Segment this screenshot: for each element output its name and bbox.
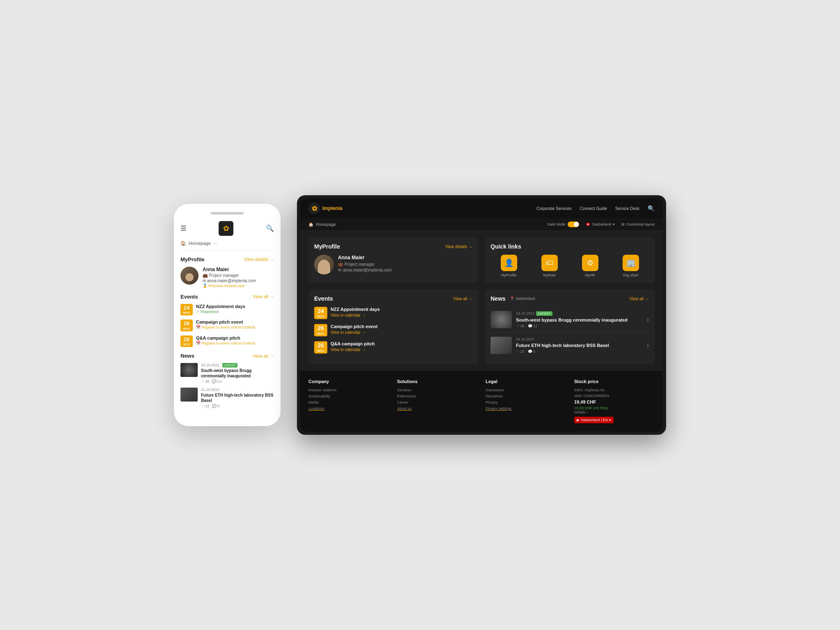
news-view-all-link[interactable]: View all bbox=[253, 354, 274, 358]
news-date-2: 21.10.2021 bbox=[201, 388, 274, 392]
profile-info: Anna Maier 💼 Project manager ✉ anna.maie… bbox=[180, 267, 274, 288]
footer-career[interactable]: Career bbox=[397, 400, 477, 404]
outlook-link-2[interactable]: Add to Outlook bbox=[231, 325, 256, 329]
dark-mode-toggle[interactable]: Dark Mode bbox=[547, 221, 579, 227]
nav-service-desk[interactable]: Service Desk bbox=[615, 206, 639, 211]
quick-link-myhr[interactable]: ⚙ MyHR bbox=[572, 255, 608, 277]
search-icon[interactable]: 🔍 bbox=[648, 205, 655, 212]
profile-email: ✉ anna.maier@implenia.com bbox=[203, 278, 256, 283]
tablet-events-view-all[interactable]: View all bbox=[453, 297, 472, 301]
quick-link-myrole[interactable]: 🏷 MyRole bbox=[531, 255, 568, 277]
tablet-profile-view-details[interactable]: View details bbox=[445, 244, 472, 249]
footer-disclaimer[interactable]: Disclaimer bbox=[486, 394, 566, 398]
tablet-event-name-3: Q&A campaign pitch bbox=[331, 341, 375, 346]
footer-stock-details[interactable]: Details › bbox=[574, 410, 655, 414]
quick-link-orgchart-label: Org chart bbox=[623, 273, 639, 277]
flower-icon: ✿ bbox=[223, 224, 229, 233]
tablet-news-title-1: South-west bypass Brugg ceremonially ina… bbox=[516, 317, 643, 323]
tablet-profile-card: MyProfile View details Anna Maier bbox=[308, 237, 478, 283]
footer-privacy[interactable]: Privacy bbox=[486, 400, 566, 404]
tablet-screen: ✿ Implenia Corporate Services Connect Gu… bbox=[300, 199, 663, 431]
footer-services[interactable]: Services bbox=[397, 388, 477, 392]
footer-locations[interactable]: Locations bbox=[308, 406, 389, 411]
tablet-news-item-1[interactable]: 24.10.2021 LATEST South-west bypass Brug… bbox=[491, 307, 649, 333]
register-link-3[interactable]: 📅 Register to event bbox=[196, 341, 230, 345]
quick-link-orgchart[interactable]: 🏢 Org chart bbox=[612, 255, 649, 277]
tablet-profile-header: MyProfile View details bbox=[314, 243, 472, 250]
event-day-2: 26 bbox=[180, 320, 193, 327]
tablet-news-item-2[interactable]: 24.10.2021 Future ETH high-tech laborato… bbox=[491, 333, 649, 358]
check-icon: ✓ bbox=[196, 310, 199, 314]
profile-section-title: MyProfile bbox=[180, 256, 205, 262]
like-icon[interactable]: ♡ 22 bbox=[516, 349, 525, 354]
hamburger-icon[interactable]: ☰ bbox=[180, 224, 186, 232]
outlook-link-3[interactable]: Add to Outlook bbox=[231, 341, 256, 345]
comment-icon[interactable]: 💬 12 bbox=[528, 324, 538, 328]
avatar-head bbox=[185, 273, 194, 281]
comment-icon[interactable]: 💬 12 bbox=[212, 379, 222, 383]
tablet-event-link-2[interactable]: View in calendar bbox=[331, 330, 377, 335]
news-details-1: 24.10.2021 LATEST South-west bypass Brug… bbox=[201, 363, 274, 383]
event-item-3: 26 NOV Q&A campaign pitch 📅 Register to … bbox=[180, 336, 274, 347]
search-icon[interactable]: 🔍 bbox=[266, 224, 274, 232]
like-icon[interactable]: ♡ 46 bbox=[516, 324, 525, 328]
profile-section-header: MyProfile View details bbox=[180, 256, 274, 262]
tablet-news-date-1: 24.10.2021 LATEST bbox=[516, 311, 643, 316]
footer-media[interactable]: Media bbox=[308, 400, 389, 404]
footer-privacy-settings[interactable]: Privacy settings bbox=[486, 406, 566, 411]
event-month-2: NOV bbox=[180, 327, 193, 331]
breadcrumb-dots[interactable]: ··· bbox=[213, 241, 217, 246]
tablet-news-info-1: 24.10.2021 LATEST South-west bypass Brug… bbox=[516, 311, 643, 328]
profile-view-details-link[interactable]: View details bbox=[244, 257, 274, 262]
news-image-1 bbox=[180, 363, 198, 377]
tablet-news-info-2: 24.10.2021 Future ETH high-tech laborato… bbox=[516, 337, 643, 354]
like-icon[interactable]: ♡ 22 bbox=[201, 404, 210, 408]
toggle-pill[interactable] bbox=[568, 221, 579, 227]
event-date-badge-3: 26 NOV bbox=[180, 336, 193, 347]
tablet-event-month-2: NOV bbox=[314, 332, 327, 336]
tablet-event-1: 24 NOV NZZ Appointment days View in cale… bbox=[314, 307, 472, 319]
tablet-event-link-1[interactable]: View in calendar bbox=[331, 313, 380, 317]
events-view-all-link[interactable]: View all bbox=[253, 294, 274, 299]
footer-about-us[interactable]: About us bbox=[397, 406, 477, 411]
footer-legal-col: Legal Impressum Disclaimer Privacy Priva… bbox=[486, 379, 566, 423]
quick-links-header: Quick links bbox=[491, 243, 649, 250]
briefcase-icon: 💼 bbox=[203, 273, 208, 278]
quick-link-myhr-label: MyHR bbox=[585, 273, 595, 277]
news-item-2[interactable]: 21.10.2021 Future ETH high-tech laborato… bbox=[180, 388, 274, 408]
footer-country-selector[interactable]: ▶ Switzerland | EN bbox=[574, 417, 614, 423]
footer-references[interactable]: References bbox=[397, 394, 477, 398]
profile-badge: 🏅 Premium Intranet user bbox=[203, 284, 256, 288]
nav-corporate-services[interactable]: Corporate Services bbox=[536, 206, 572, 211]
register-link-2[interactable]: 📅 Register to event bbox=[196, 325, 230, 329]
phone-notch bbox=[211, 212, 244, 215]
news-actions-2: ♡ 22 💬 3 bbox=[201, 404, 274, 408]
arrow-icon bbox=[362, 313, 366, 317]
country-selector[interactable]: 🇨🇭 Switzerland bbox=[586, 222, 615, 226]
toggle-circle bbox=[574, 222, 579, 227]
tablet-profile-details: Anna Maier 💼 Project manager ✉ anna.maie… bbox=[338, 255, 392, 274]
tablet-news-title: News bbox=[491, 295, 506, 302]
breadcrumb: 🏠 Homepage ··· bbox=[180, 241, 274, 251]
badge-icon: 🏅 bbox=[203, 284, 207, 288]
footer-sustainability[interactable]: Sustainability bbox=[308, 394, 389, 398]
tablet-news-view-all[interactable]: View all bbox=[630, 297, 649, 301]
comment-icon[interactable]: 💬 3 bbox=[528, 349, 536, 354]
footer-investor-relations[interactable]: Investor relations bbox=[308, 388, 389, 392]
footer-impressum[interactable]: Impressum bbox=[486, 388, 566, 392]
arrow-icon bbox=[468, 244, 472, 249]
phone-header: ☰ ✿ 🔍 bbox=[174, 221, 281, 241]
arrow-icon bbox=[362, 347, 366, 352]
tablet-event-link-3[interactable]: View in calendar bbox=[331, 347, 375, 352]
comment-icon[interactable]: 💬 3 bbox=[212, 404, 220, 408]
footer-stock-isin: ISIN: CH0023868554 bbox=[574, 394, 655, 398]
nav-connect-guide[interactable]: Connect Guide bbox=[580, 206, 607, 211]
quick-link-myprofile[interactable]: 👤 MyProfile bbox=[491, 255, 527, 277]
like-icon[interactable]: ♡ 46 bbox=[201, 379, 210, 383]
customise-layout-button[interactable]: ⊞ Customise layout bbox=[621, 222, 655, 226]
footer-company-title: Company bbox=[308, 379, 389, 384]
news-item-1[interactable]: 24.10.2021 LATEST South-west bypass Brug… bbox=[180, 363, 274, 383]
news-location: 📍 Switzerland bbox=[510, 297, 535, 301]
event-name-2: Campaign pitch event bbox=[196, 320, 274, 324]
event-day-1: 24 bbox=[180, 305, 193, 311]
